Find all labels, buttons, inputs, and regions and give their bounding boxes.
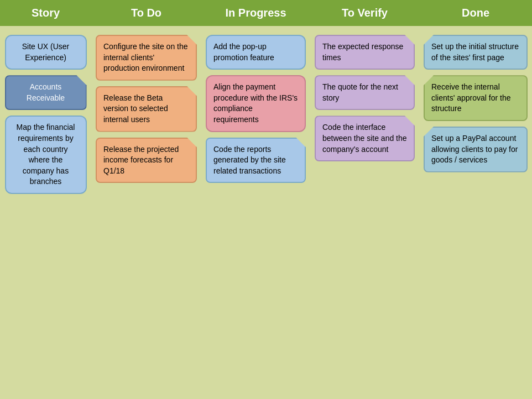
card-map-financial[interactable]: Map the financial requirements by each c…	[5, 116, 87, 194]
card-quote-next-story-text: The quote for the next story	[322, 82, 398, 102]
header-row: Story To Do In Progress To Verify Done	[0, 0, 532, 26]
story-column: Site UX (User Experience) Accounts Recei…	[0, 32, 91, 197]
header-inprogress-label: In Progress	[225, 7, 286, 19]
card-receive-approval-text: Receive the internal clients' approval f…	[431, 82, 511, 113]
inprogress-column: Add the pop-up promotion feature Align t…	[201, 32, 310, 186]
header-inprogress: In Progress	[201, 0, 310, 26]
card-expected-response[interactable]: The expected response times	[315, 35, 415, 70]
kanban-board: Story To Do In Progress To Verify Done S…	[0, 0, 532, 203]
card-code-reports-text: Code the reports generated by the site r…	[213, 145, 286, 175]
todo-column: Configure the site on the internal clien…	[91, 32, 201, 186]
card-release-beta-text: Release the Beta version to selected int…	[103, 93, 168, 124]
card-add-popup-text: Add the pop-up promotion feature	[213, 42, 274, 62]
card-map-financial-text: Map the financial requirements by each c…	[17, 123, 75, 186]
card-code-reports[interactable]: Code the reports generated by the site r…	[206, 138, 306, 183]
header-story-label: Story	[32, 7, 60, 19]
header-toverify-label: To Verify	[342, 7, 388, 19]
card-receive-approval[interactable]: Receive the internal clients' approval f…	[424, 75, 528, 121]
card-quote-next-story[interactable]: The quote for the next story	[315, 75, 415, 110]
card-add-popup[interactable]: Add the pop-up promotion feature	[206, 35, 306, 70]
header-done-label: Done	[462, 7, 489, 19]
card-code-interface[interactable]: Code the interface between the site and …	[315, 116, 415, 161]
card-configure-site[interactable]: Configure the site on the internal clien…	[96, 35, 197, 81]
card-site-ux-text: Site UX (User Experience)	[22, 42, 70, 62]
card-set-up-initial[interactable]: Set up the initial structure of the site…	[424, 35, 528, 70]
header-story: Story	[0, 0, 91, 26]
card-expected-response-text: The expected response times	[322, 42, 403, 62]
card-configure-site-text: Configure the site on the internal clien…	[103, 42, 188, 72]
header-todo: To Do	[91, 0, 201, 26]
header-todo-label: To Do	[131, 7, 161, 19]
card-accounts-receivable-text: Accounts Receivable	[27, 82, 65, 102]
card-setup-paypal-text: Set up a PayPal account allowing clients…	[431, 134, 518, 164]
card-code-interface-text: Code the interface between the site and …	[322, 123, 407, 153]
card-setup-paypal[interactable]: Set up a PayPal account allowing clients…	[424, 127, 528, 172]
card-site-ux[interactable]: Site UX (User Experience)	[5, 35, 87, 70]
card-release-projected-text: Release the projected income forecasts f…	[103, 145, 179, 175]
card-release-beta[interactable]: Release the Beta version to selected int…	[96, 86, 197, 132]
header-toverify: To Verify	[310, 0, 419, 26]
header-done: Done	[419, 0, 532, 26]
card-align-payment-text: Align the payment procedure with the IRS…	[213, 82, 298, 124]
card-release-projected[interactable]: Release the projected income forecasts f…	[96, 138, 197, 183]
body-row: Site UX (User Experience) Accounts Recei…	[0, 26, 532, 203]
card-accounts-receivable[interactable]: Accounts Receivable	[5, 75, 87, 110]
card-set-up-initial-text: Set up the initial structure of the site…	[431, 42, 519, 62]
toverify-column: The expected response times The quote fo…	[310, 32, 419, 165]
done-column: Set up the initial structure of the site…	[419, 32, 532, 176]
card-align-payment[interactable]: Align the payment procedure with the IRS…	[206, 75, 306, 132]
